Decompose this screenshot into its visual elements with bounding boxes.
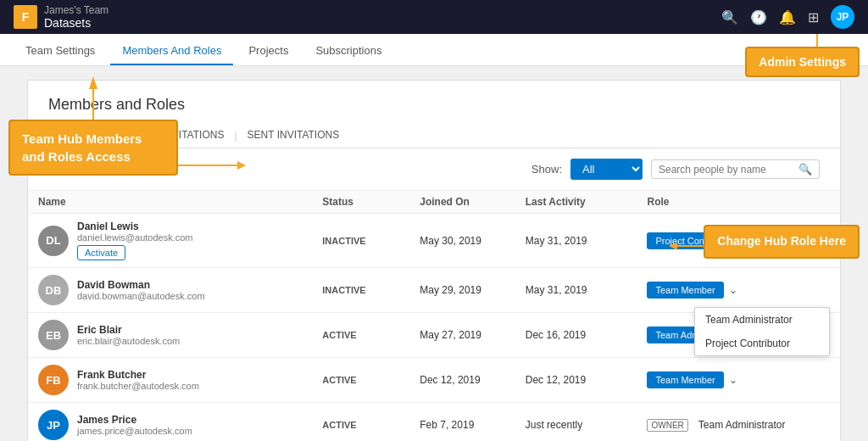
cell-joined: May 27, 2019: [409, 313, 515, 358]
cell-name: DB David Bowman david.bowman@autodesk.co…: [28, 268, 312, 313]
owner-badge: OWNER: [647, 419, 687, 432]
cell-status: ACTIVE: [312, 313, 409, 358]
role-dropdown-container: Team Member ⌄ Team AdministratorProject …: [647, 282, 830, 299]
role-badge[interactable]: Team Member: [647, 282, 723, 299]
cell-status: ACTIVE: [312, 403, 409, 442]
cell-joined: May 30, 2019: [409, 214, 515, 268]
change-role-annotation: Change Hub Role Here: [704, 225, 860, 259]
search-input[interactable]: [659, 164, 794, 176]
cell-role: OWNER Team Administrator: [637, 403, 840, 442]
cell-status: INACTIVE: [312, 268, 409, 313]
role-text: Team Administrator: [698, 419, 786, 431]
cell-activity: Dec 12, 2019: [515, 358, 637, 403]
top-nav-icons: 🔍 🕐 🔔 ⊞ JP: [721, 5, 854, 29]
tab-projects[interactable]: Projects: [236, 37, 300, 65]
member-name: David Bowman: [77, 279, 205, 291]
member-name: Frank Butcher: [77, 369, 199, 381]
cell-joined: May 29, 2019: [409, 268, 515, 313]
member-details: Eric Blair eric.blair@autodesk.com: [77, 324, 180, 346]
status-badge: ACTIVE: [322, 330, 356, 340]
col-name: Name: [28, 191, 312, 214]
member-info: FB Frank Butcher frank.butcher@autodesk.…: [38, 365, 302, 395]
member-avatar: EB: [38, 320, 69, 350]
cell-activity: Just recently: [515, 403, 637, 442]
page-title: Members and Roles: [28, 81, 840, 114]
activate-button[interactable]: Activate: [77, 245, 125, 260]
cell-role: Team Member ⌄: [637, 358, 840, 403]
status-badge: INACTIVE: [322, 285, 365, 295]
search-icon: 🔍: [798, 163, 812, 176]
member-name: James Price: [77, 414, 192, 426]
tab-subscriptions[interactable]: Subscriptions: [303, 37, 393, 65]
search-icon[interactable]: 🔍: [721, 9, 738, 25]
clock-icon[interactable]: 🕐: [750, 9, 767, 25]
role-badge[interactable]: Team Member: [647, 371, 723, 388]
app-info: James's Team Datasets: [44, 4, 108, 30]
cell-status: ACTIVE: [312, 358, 409, 403]
member-avatar: DL: [38, 226, 69, 256]
cell-activity: May 31, 2019: [515, 268, 637, 313]
status-badge: ACTIVE: [322, 375, 356, 385]
subtab-sent[interactable]: SENT INVITATIONS: [248, 124, 340, 148]
status-badge: INACTIVE: [322, 236, 365, 246]
col-joined: Joined On: [409, 191, 515, 214]
member-avatar: JP: [38, 410, 69, 440]
member-email: frank.butcher@autodesk.com: [77, 381, 199, 391]
member-email: daniel.lewis@autodesk.com: [77, 232, 193, 243]
team-name: James's Team: [44, 4, 108, 16]
product-name: Datasets: [44, 16, 108, 30]
member-details: Daniel Lewis daniel.lewis@autodesk.com A…: [77, 220, 193, 260]
cell-name: DL Daniel Lewis daniel.lewis@autodesk.co…: [28, 214, 312, 268]
cell-status: INACTIVE: [312, 214, 409, 268]
status-badge: ACTIVE: [322, 420, 356, 430]
logo-icon: F: [14, 5, 37, 29]
member-details: Frank Butcher frank.butcher@autodesk.com: [77, 369, 199, 391]
cell-name: JP James Price james.price@autodesk.com: [28, 403, 312, 442]
member-avatar: DB: [38, 275, 69, 305]
cell-joined: Dec 12, 2019: [409, 358, 515, 403]
member-name: Daniel Lewis: [77, 220, 193, 232]
member-info: JP James Price james.price@autodesk.com: [38, 410, 302, 440]
member-email: james.price@autodesk.com: [77, 426, 192, 436]
cell-role: Team Member ⌄ Team AdministratorProject …: [637, 268, 840, 313]
grid-icon[interactable]: ⊞: [808, 9, 819, 25]
member-info: DB David Bowman david.bowman@autodesk.co…: [38, 275, 302, 305]
secondary-nav: Team Settings Members And Roles Projects…: [0, 34, 868, 66]
table-row: FB Frank Butcher frank.butcher@autodesk.…: [28, 358, 840, 403]
cell-name: EB Eric Blair eric.blair@autodesk.com: [28, 313, 312, 358]
dropdown-option[interactable]: Team Administrator: [695, 308, 829, 332]
member-details: David Bowman david.bowman@autodesk.com: [77, 279, 205, 301]
filter-select[interactable]: All Active Inactive: [570, 159, 643, 180]
cell-activity: May 31, 2019: [515, 214, 637, 268]
member-email: david.bowman@autodesk.com: [77, 291, 205, 301]
member-email: eric.blair@autodesk.com: [77, 336, 180, 346]
col-status: Status: [312, 191, 409, 214]
table-row: JP James Price james.price@autodesk.com …: [28, 403, 840, 442]
role-dropdown-menu: Team AdministratorProject Contributor: [694, 307, 830, 356]
tab-members-and-roles[interactable]: Members And Roles: [110, 37, 233, 65]
chevron-down-icon[interactable]: ⌄: [729, 284, 737, 296]
tab-team-settings[interactable]: Team Settings: [14, 37, 107, 65]
member-info: EB Eric Blair eric.blair@autodesk.com: [38, 320, 302, 350]
table-header-row: Name Status Joined On Last Activity Role: [28, 191, 840, 214]
top-nav: F James's Team Datasets 🔍 🕐 🔔 ⊞ JP: [0, 0, 868, 34]
member-avatar: FB: [38, 365, 69, 395]
team-hub-annotation: Team Hub Members and Roles Access: [8, 120, 178, 176]
admin-settings-annotation: Admin Settings: [745, 47, 860, 77]
cell-joined: Feb 7, 2019: [409, 403, 515, 442]
chevron-down-icon[interactable]: ⌄: [729, 374, 737, 386]
user-avatar[interactable]: JP: [831, 5, 854, 29]
search-box: 🔍: [651, 159, 820, 179]
member-details: James Price james.price@autodesk.com: [77, 414, 192, 436]
bell-icon[interactable]: 🔔: [779, 9, 796, 25]
dropdown-option[interactable]: Project Contributor: [695, 332, 829, 355]
member-name: Eric Blair: [77, 324, 180, 336]
cell-name: FB Frank Butcher frank.butcher@autodesk.…: [28, 358, 312, 403]
table-row: DB David Bowman david.bowman@autodesk.co…: [28, 268, 840, 313]
member-info: DL Daniel Lewis daniel.lewis@autodesk.co…: [38, 220, 302, 260]
show-label: Show:: [531, 163, 562, 176]
page-wrapper: F James's Team Datasets 🔍 🕐 🔔 ⊞ JP Team …: [0, 0, 868, 441]
col-role: Role: [637, 191, 840, 214]
col-activity: Last Activity: [515, 191, 637, 214]
app-logo: F James's Team Datasets: [14, 4, 108, 30]
